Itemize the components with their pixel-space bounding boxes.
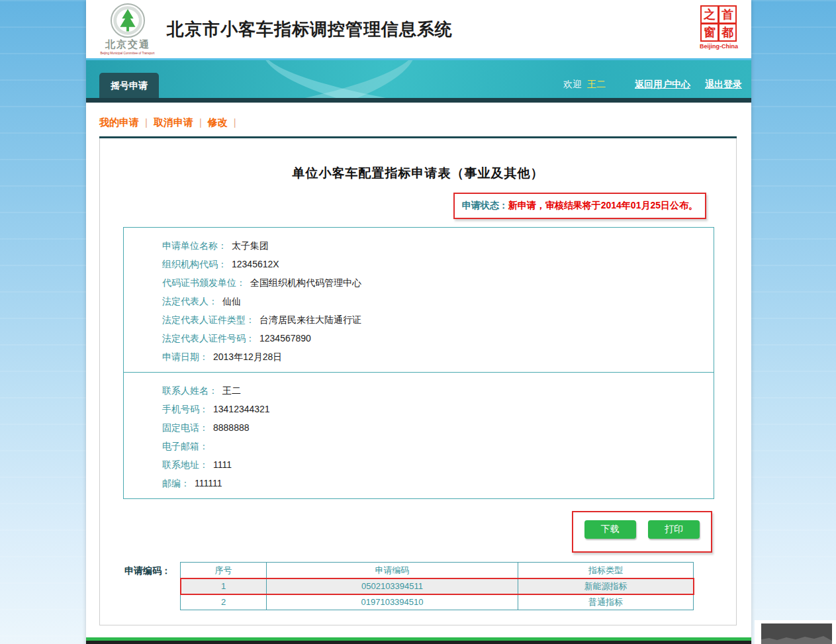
codes-label: 申请编码： bbox=[124, 562, 171, 610]
form-field: 固定电话：8888888 bbox=[162, 418, 700, 437]
field-value: 13412344321 bbox=[213, 404, 270, 414]
field-label: 申请日期： bbox=[162, 351, 209, 362]
seal-char: 首 bbox=[718, 5, 737, 24]
username: 王二 bbox=[587, 79, 606, 89]
site-footer: 版权所有：北京市小客车指标调控管理办公室 京ICP备05031682号 bbox=[86, 641, 751, 644]
welcome-label: 欢迎 bbox=[563, 79, 582, 89]
form-field: 手机号码：13412344321 bbox=[162, 400, 700, 418]
cell-type: 普通指标 bbox=[518, 594, 694, 610]
back-to-user-center-link[interactable]: 返回用户中心 bbox=[635, 79, 690, 89]
field-value: 王二 bbox=[222, 385, 241, 396]
banner-bottom-strip bbox=[86, 98, 751, 103]
nav-banner: 摇号申请 欢迎王二返回用户中心退出登录 bbox=[86, 60, 751, 98]
content-area: 我的申请|取消申请|修改| 单位小客车配置指标申请表（事业及其他） 申请状态：新… bbox=[86, 103, 751, 637]
cell-code: 0197103394510 bbox=[267, 594, 518, 610]
field-label: 法定代表人： bbox=[162, 296, 218, 306]
field-value: 1234567890 bbox=[259, 333, 311, 344]
field-value: 太子集团 bbox=[232, 240, 269, 251]
corner-thumbnail-overlay bbox=[755, 620, 836, 644]
seal-char: 窗 bbox=[700, 23, 719, 42]
logo-caption: Beijing Municipal Committee of Transport bbox=[101, 51, 155, 54]
form-field: 组织机构代码：12345612X bbox=[162, 255, 700, 273]
field-label: 联系地址： bbox=[162, 459, 209, 470]
col-header-seq: 序号 bbox=[181, 563, 267, 578]
field-value: 2013年12月28日 bbox=[213, 351, 282, 362]
field-label: 邮编： bbox=[162, 478, 190, 488]
field-label: 手机号码： bbox=[162, 404, 209, 414]
form-field: 法定代表人证件类型：台湾居民来往大陆通行证 bbox=[162, 310, 700, 329]
field-label: 组织机构代码： bbox=[162, 259, 227, 269]
application-status-box: 申请状态：新申请，审核结果将于2014年01月25日公布。 bbox=[453, 193, 706, 219]
page-background: 北京交通 Beijing Municipal Committee of Tran… bbox=[0, 0, 836, 644]
user-links: 欢迎王二返回用户中心退出登录 bbox=[563, 79, 742, 91]
page-title: 北京市小客车指标调控管理信息系统 bbox=[167, 18, 453, 41]
form-field: 联系人姓名：王二 bbox=[162, 381, 700, 400]
field-value: 全国组织机构代码管理中心 bbox=[250, 277, 361, 288]
seal-char: 都 bbox=[718, 23, 737, 42]
print-button[interactable]: 打印 bbox=[648, 520, 700, 539]
field-label: 法定代表人证件号码： bbox=[162, 333, 255, 344]
form-field: 申请日期：2013年12月28日 bbox=[162, 347, 700, 366]
actions-highlight-box: 下载 打印 bbox=[572, 511, 712, 553]
site-header: 北京交通 Beijing Municipal Committee of Tran… bbox=[86, 0, 751, 58]
status-value: 新申请，审核结果将于2014年01月25日公布。 bbox=[508, 200, 698, 210]
beijing-transport-logo-icon bbox=[111, 3, 145, 38]
form-field: 申请单位名称：太子集团 bbox=[162, 236, 700, 255]
table-row-highlighted: 1 0502103394511 新能源指标 bbox=[181, 578, 694, 594]
menu-item-modify[interactable]: 修改 bbox=[208, 116, 228, 128]
codes-header-row: 序号 申请编码 指标类型 bbox=[181, 563, 694, 578]
col-header-code: 申请编码 bbox=[267, 563, 518, 578]
codes-table: 序号 申请编码 指标类型 1 0502103394511 新能源指标 2 019… bbox=[180, 562, 694, 610]
field-label: 法定代表人证件类型： bbox=[162, 314, 255, 325]
menu-separator: | bbox=[145, 116, 148, 128]
table-row: 2 0197103394510 普通指标 bbox=[181, 594, 694, 610]
form-title: 单位小客车配置指标申请表（事业及其他） bbox=[100, 138, 736, 182]
menu-separator: | bbox=[199, 116, 202, 128]
thumbnail-image bbox=[761, 623, 832, 644]
seal-grid: 之 首 窗 都 bbox=[701, 6, 737, 42]
form-field: 法定代表人：仙仙 bbox=[162, 292, 700, 310]
field-value: 台湾居民来往大陆通行证 bbox=[259, 314, 361, 325]
contact-info-box: 联系人姓名：王二 手机号码：13412344321 固定电话：8888888 电… bbox=[123, 373, 714, 499]
field-value: 111111 bbox=[195, 478, 222, 488]
form-field: 电子邮箱： bbox=[162, 437, 700, 455]
field-label: 电子邮箱： bbox=[162, 441, 209, 451]
menu-separator: | bbox=[234, 116, 236, 128]
field-label: 申请单位名称： bbox=[162, 240, 227, 251]
status-label: 申请状态： bbox=[462, 200, 508, 210]
logo-text: 北京交通 bbox=[105, 38, 150, 51]
field-value: 仙仙 bbox=[222, 296, 241, 306]
menu-item-cancel-application[interactable]: 取消申请 bbox=[154, 116, 193, 128]
field-value: 8888888 bbox=[213, 422, 250, 433]
cell-seq: 2 bbox=[181, 594, 267, 610]
cell-code: 0502103394511 bbox=[267, 578, 518, 594]
field-value: 1111 bbox=[213, 459, 232, 470]
logout-link[interactable]: 退出登录 bbox=[705, 79, 742, 89]
form-field: 代码证书颁发单位：全国组织机构代码管理中心 bbox=[162, 273, 700, 292]
form-field: 邮编：111111 bbox=[162, 474, 700, 492]
application-codes-section: 申请编码： 序号 申请编码 指标类型 1 0502103394511 新能源指标 bbox=[124, 562, 736, 610]
field-label: 代码证书颁发单位： bbox=[162, 277, 246, 288]
seal-char: 之 bbox=[700, 5, 719, 24]
download-button[interactable]: 下载 bbox=[584, 520, 636, 539]
menu-item-my-applications[interactable]: 我的申请 bbox=[99, 116, 139, 128]
beijing-transport-logo: 北京交通 Beijing Municipal Committee of Tran… bbox=[98, 3, 158, 55]
sub-menu: 我的申请|取消申请|修改| bbox=[86, 103, 751, 136]
form-field: 法定代表人证件号码：1234567890 bbox=[162, 329, 700, 347]
cell-seq: 1 bbox=[181, 578, 267, 594]
field-label: 固定电话： bbox=[162, 422, 209, 433]
main-column: 北京交通 Beijing Municipal Committee of Tran… bbox=[86, 0, 751, 644]
col-header-type: 指标类型 bbox=[518, 563, 694, 578]
field-value: 12345612X bbox=[232, 259, 279, 269]
field-label: 联系人姓名： bbox=[162, 385, 218, 396]
cell-type: 新能源指标 bbox=[518, 578, 694, 594]
capital-window-seal: 之 首 窗 都 Beijing-China bbox=[700, 6, 738, 50]
form-field: 联系地址：1111 bbox=[162, 455, 700, 474]
organization-info-box: 申请单位名称：太子集团 组织机构代码：12345612X 代码证书颁发单位：全国… bbox=[123, 227, 714, 373]
seal-caption: Beijing-China bbox=[700, 43, 738, 50]
tab-lottery-application[interactable]: 摇号申请 bbox=[99, 73, 159, 98]
application-panel: 单位小客车配置指标申请表（事业及其他） 申请状态：新申请，审核结果将于2014年… bbox=[99, 138, 737, 625]
